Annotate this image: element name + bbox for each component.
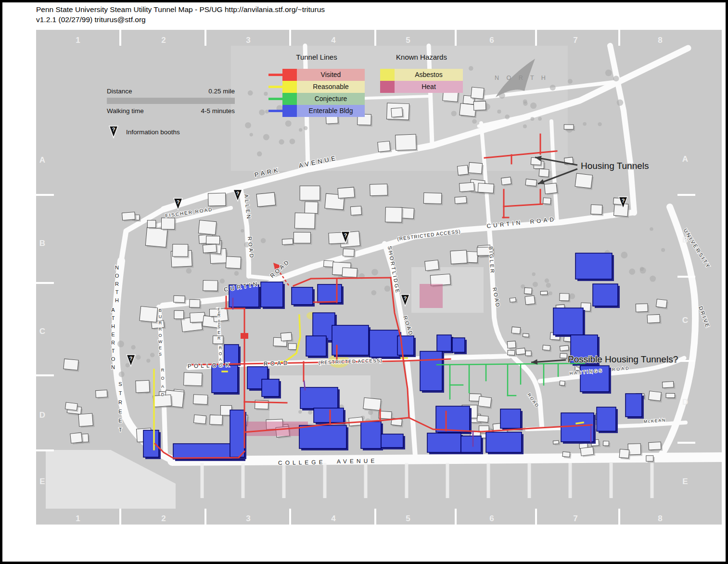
legend-item: Asbestos [380, 69, 463, 81]
tree [532, 272, 536, 276]
legend-line-sample [268, 86, 282, 88]
grid-tick [677, 276, 695, 278]
building [478, 183, 495, 195]
building [281, 333, 293, 343]
enterable-building [427, 433, 461, 452]
building [477, 415, 490, 424]
tree [550, 85, 556, 90]
tree [629, 269, 635, 275]
tree [538, 117, 542, 121]
tree [304, 126, 307, 130]
grid-tick [535, 509, 537, 525]
grid-label: 3 [246, 514, 250, 523]
grid-tick [36, 194, 54, 196]
building [174, 295, 187, 304]
street-label: B [159, 308, 162, 313]
building [147, 220, 157, 229]
street-label: A [217, 319, 220, 323]
scale-bar [107, 98, 235, 104]
building [636, 304, 649, 313]
legend-label: Asbestos [395, 69, 463, 81]
legend-swatch [282, 105, 297, 117]
enterable-building [361, 422, 381, 449]
building [564, 125, 575, 131]
tree [264, 92, 268, 96]
street-label: O [219, 351, 222, 356]
street-label: E [217, 330, 220, 335]
tree [617, 100, 623, 106]
building [460, 182, 476, 193]
building [457, 165, 470, 177]
tree [131, 345, 135, 349]
grid-tick [204, 509, 206, 525]
building [370, 184, 389, 197]
svg-text:?: ? [236, 191, 240, 196]
legend-swatch [380, 69, 395, 81]
street-label: R [217, 313, 220, 318]
grid-tick [119, 30, 121, 46]
grid-tick [677, 194, 695, 196]
grid-tick [677, 360, 695, 362]
legend-tunnel-lines: Tunnel Lines VisitedReasonableConjecture… [268, 53, 365, 117]
tree [248, 90, 253, 96]
building [455, 196, 468, 205]
enterable-building [370, 330, 399, 357]
enterable-building [381, 434, 403, 448]
tree [150, 353, 154, 357]
heat-hazard-area [244, 422, 308, 436]
street-label: W [158, 339, 163, 344]
building [591, 205, 604, 216]
tree [568, 79, 573, 84]
building [342, 268, 359, 279]
visited-tunnel [244, 402, 287, 403]
grid-tick [535, 30, 537, 46]
building [174, 310, 185, 320]
street-label: A [219, 357, 222, 362]
street-label: O [115, 273, 119, 279]
scale-block: Distance 0.25 mile Walking time 4-5 minu… [107, 88, 235, 115]
enterable-building [262, 379, 279, 397]
tree [505, 115, 510, 119]
grid-label: 5 [406, 36, 410, 45]
building [478, 397, 493, 409]
tree [530, 103, 536, 109]
building [648, 391, 663, 402]
building [666, 393, 676, 399]
street-label: T [119, 390, 122, 396]
street-label: H [115, 297, 119, 303]
enterable-building [561, 413, 594, 442]
grid-label: 5 [406, 514, 410, 523]
street-label: ROAD [264, 359, 290, 367]
tree [250, 133, 253, 136]
title-line-1: Penn State University Steam Utility Tunn… [36, 4, 325, 14]
tree [285, 120, 292, 127]
legend-item: Enterable Bldg [268, 105, 365, 117]
building [662, 381, 675, 389]
grid-label: E [682, 477, 688, 486]
street-label: R [217, 336, 220, 341]
tree [650, 276, 656, 282]
grid-label: A [39, 155, 45, 165]
grid-tick [618, 509, 620, 525]
building [525, 295, 536, 306]
building [161, 218, 176, 231]
street-label: A [161, 384, 164, 389]
street-label: F [217, 307, 220, 312]
grid-tick [455, 30, 457, 46]
building [78, 413, 95, 428]
grid-label: 4 [331, 36, 336, 45]
building [511, 327, 522, 335]
road [172, 457, 722, 461]
street-label: T [115, 289, 119, 295]
grid-label: B [682, 235, 688, 244]
enterable-building [575, 253, 612, 279]
street-label: D [219, 363, 222, 368]
building [70, 433, 84, 445]
tree [583, 122, 587, 126]
building [208, 193, 227, 207]
street-label: O [158, 333, 162, 338]
grid-tick [455, 509, 457, 525]
enterable-building [314, 408, 344, 423]
legend-item: Heat [380, 81, 463, 93]
grid-label: 4 [331, 514, 336, 523]
